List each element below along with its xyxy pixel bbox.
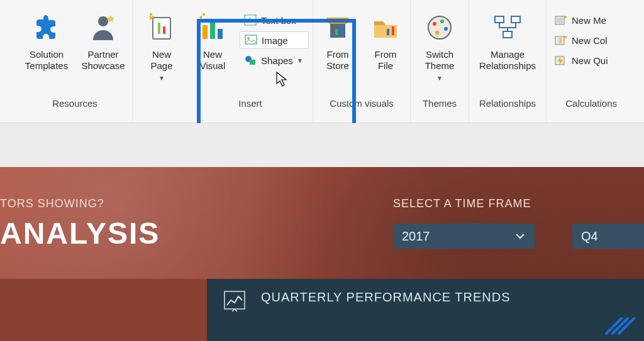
- svg-rect-25: [495, 16, 504, 23]
- new-column-label: New Col: [572, 35, 608, 46]
- ribbon-group-insert: New Visual A Text box Image Shapes ▼: [191, 0, 313, 122]
- person-star-icon: [86, 10, 121, 45]
- new-measure-button[interactable]: New Me: [550, 11, 619, 29]
- quarter-dropdown[interactable]: Q4: [572, 224, 644, 249]
- group-label-insert: Insert: [192, 94, 309, 115]
- partner-showcase-button[interactable]: Partner Showcase: [78, 5, 128, 94]
- column-icon: [554, 34, 568, 46]
- svg-rect-17: [340, 26, 343, 35]
- ribbon-group-relationships: Manage Relationships Relationships: [469, 0, 547, 122]
- svg-rect-6: [210, 19, 215, 39]
- svg-point-20: [428, 16, 451, 39]
- svg-point-30: [564, 16, 567, 18]
- trends-tile: QUARTERLY PERFORMANCE TRENDS: [207, 279, 644, 341]
- new-visual-label: New Visual: [200, 49, 226, 72]
- svg-point-24: [435, 31, 439, 35]
- dropdown-caret-icon: ▼: [297, 57, 303, 64]
- svg-rect-4: [163, 26, 165, 34]
- partner-showcase-label: Partner Showcase: [81, 49, 125, 72]
- manage-relationships-button[interactable]: Manage Relationships: [473, 5, 542, 94]
- new-quick-label: New Qui: [572, 55, 608, 66]
- text-box-label: Text box: [261, 15, 296, 26]
- svg-rect-14: [250, 60, 255, 65]
- shapes-icon: [243, 54, 257, 67]
- ribbon-group-resources: Solution Templates Partner Showcase Reso…: [18, 0, 133, 122]
- trends-chart-icon: [223, 290, 246, 315]
- shapes-button[interactable]: Shapes ▼: [240, 51, 309, 69]
- svg-rect-19: [392, 26, 394, 35]
- svg-rect-27: [503, 31, 512, 38]
- new-page-icon: [144, 10, 179, 45]
- quick-icon: [554, 54, 568, 67]
- new-measure-label: New Me: [572, 15, 606, 26]
- new-page-button[interactable]: New Page▼: [136, 5, 187, 94]
- folder-chart-icon: [368, 10, 403, 45]
- text-box-icon: A: [243, 14, 257, 26]
- year-value: 2017: [402, 229, 430, 244]
- new-quick-button[interactable]: New Qui: [550, 51, 619, 69]
- ribbon-group-calculations: New Me New Col New Qui Calculations: [547, 0, 623, 122]
- new-visual-button[interactable]: New Visual: [192, 5, 233, 94]
- manage-relationships-label: Manage Relationships: [479, 49, 536, 72]
- year-dropdown[interactable]: 2017: [393, 224, 535, 249]
- svg-point-2: [150, 13, 152, 16]
- ribbon: Solution Templates Partner Showcase Reso…: [0, 0, 644, 123]
- svg-rect-18: [387, 29, 389, 35]
- svg-rect-11: [245, 35, 257, 44]
- report-workspace: TORS SHOWING? ANALYSIS SELECT A TIME FRA…: [0, 123, 644, 341]
- from-store-button[interactable]: From Store: [317, 5, 358, 94]
- dropdown-caret-icon: ▼: [158, 73, 165, 84]
- group-label-resources: Resources: [21, 94, 128, 115]
- image-label: Image: [262, 35, 288, 46]
- image-icon: [244, 34, 258, 46]
- dropdown-caret-icon: ▼: [436, 73, 443, 84]
- svg-point-22: [440, 19, 444, 23]
- svg-point-23: [444, 27, 448, 31]
- from-file-button[interactable]: From File: [365, 5, 406, 94]
- svg-text:A: A: [247, 16, 253, 24]
- shapes-label: Shapes: [261, 55, 293, 66]
- solution-templates-button[interactable]: Solution Templates: [21, 5, 72, 94]
- svg-point-8: [203, 13, 205, 16]
- banner-subheading: TORS SHOWING?: [0, 197, 104, 210]
- palette-icon: [422, 10, 457, 45]
- svg-rect-32: [559, 36, 562, 45]
- svg-rect-7: [218, 29, 223, 39]
- trends-tile-title: QUARTERLY PERFORMANCE TRENDS: [261, 290, 511, 305]
- new-column-button[interactable]: New Col: [550, 31, 619, 49]
- watermark-logo: [600, 315, 638, 337]
- select-time-frame-label: SELECT A TIME FRAME: [393, 197, 531, 210]
- solution-templates-label: Solution Templates: [25, 49, 68, 72]
- group-label-relationships: Relationships: [473, 94, 542, 115]
- report-banner: TORS SHOWING? ANALYSIS SELECT A TIME FRA…: [0, 167, 644, 293]
- switch-theme-button[interactable]: Switch Theme▼: [414, 5, 465, 94]
- svg-rect-5: [203, 25, 208, 39]
- ribbon-group-page: New Page▼: [133, 0, 191, 122]
- from-file-label: From File: [375, 49, 397, 72]
- chevron-down-icon: [514, 230, 526, 242]
- ribbon-group-custom-visuals: From Store From File Custom visuals: [313, 0, 411, 122]
- svg-point-12: [247, 37, 250, 40]
- svg-rect-29: [557, 18, 563, 23]
- left-tile: [0, 279, 208, 341]
- group-label-themes: Themes: [414, 94, 465, 115]
- quarter-value: Q4: [581, 229, 598, 244]
- group-label-calculations: Calculations: [550, 94, 619, 115]
- switch-theme-label: Switch Theme: [425, 49, 455, 72]
- svg-point-21: [433, 22, 436, 26]
- svg-point-33: [564, 36, 567, 38]
- image-button[interactable]: Image: [240, 31, 309, 49]
- svg-rect-3: [158, 23, 160, 34]
- svg-rect-26: [511, 16, 520, 23]
- svg-rect-1: [153, 18, 170, 39]
- store-icon: [320, 10, 355, 45]
- ribbon-group-themes: Switch Theme▼ Themes: [411, 0, 469, 122]
- bar-chart-icon: [195, 10, 230, 45]
- new-page-label: New Page: [150, 49, 172, 72]
- group-label-custom-visuals: Custom visuals: [317, 94, 406, 115]
- text-box-button[interactable]: A Text box: [240, 11, 309, 29]
- from-store-label: From Store: [326, 49, 349, 72]
- svg-rect-16: [335, 29, 338, 35]
- puzzle-icon: [29, 10, 64, 45]
- svg-point-0: [98, 16, 108, 26]
